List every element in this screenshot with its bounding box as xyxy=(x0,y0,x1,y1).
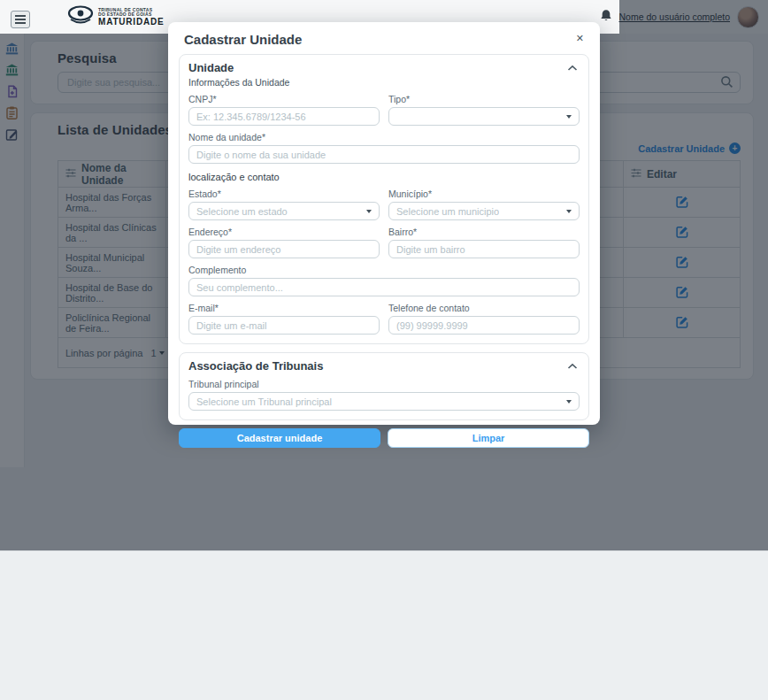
caret-down-icon xyxy=(566,210,572,213)
unit-name-label: Nome da unidade* xyxy=(188,132,580,142)
notifications-bell-icon[interactable] xyxy=(600,9,612,26)
tipo-select[interactable] xyxy=(388,107,580,126)
tribunal-section-title: Associação de Tribunais xyxy=(188,359,323,373)
collapse-chevron-up-icon[interactable] xyxy=(565,359,580,373)
collapse-chevron-up-icon[interactable] xyxy=(565,61,580,74)
estado-label: Estado* xyxy=(188,188,380,199)
bairro-field[interactable] xyxy=(388,240,580,258)
caret-down-icon xyxy=(566,400,572,404)
logo-line2: DO ESTADO DE GOIÁS xyxy=(98,12,164,17)
endereco-field[interactable] xyxy=(188,240,380,258)
app-viewport: TRIBUNAL DE CONTAS DO ESTADO DE GOIÁS MA… xyxy=(0,0,768,551)
cnpj-field[interactable] xyxy=(188,107,380,126)
estado-select[interactable]: Selecione um estado xyxy=(188,202,380,220)
clear-button[interactable]: Limpar xyxy=(388,428,589,448)
complemento-label: Complemento xyxy=(188,265,580,275)
estado-select-placeholder: Selecione um estado xyxy=(196,206,288,217)
caret-down-icon xyxy=(566,115,572,119)
close-icon[interactable]: ✕ xyxy=(574,32,586,45)
tribunal-principal-select[interactable]: Selecione um Tribunal principal xyxy=(188,392,580,411)
modal-backdrop[interactable] xyxy=(619,0,768,34)
cnpj-label: CNPJ* xyxy=(188,94,380,104)
eye-logo-icon xyxy=(67,5,94,28)
logo-line3: MATURIDADE xyxy=(98,18,164,27)
submit-unit-button[interactable]: Cadastrar unidade xyxy=(179,428,380,448)
tipo-label: Tipo* xyxy=(388,94,580,104)
unit-section: Unidade Informações da Unidade CNPJ* Tip… xyxy=(179,54,589,344)
email-field[interactable] xyxy=(188,316,380,335)
complemento-field[interactable] xyxy=(188,278,580,296)
municipio-label: Município* xyxy=(388,188,580,199)
modal-title: Cadastrar Unidade xyxy=(184,32,302,47)
unit-name-field[interactable] xyxy=(188,145,580,164)
unit-section-title: Unidade xyxy=(188,61,234,74)
bairro-label: Bairro* xyxy=(388,227,580,237)
register-unit-modal: Cadastrar Unidade ✕ Unidade Informações … xyxy=(168,22,600,425)
menu-toggle-button[interactable] xyxy=(11,11,30,28)
tribunal-select-placeholder: Selecione um Tribunal principal xyxy=(196,396,332,407)
app-logo: TRIBUNAL DE CONTAS DO ESTADO DE GOIÁS MA… xyxy=(67,5,164,28)
unit-section-subtitle: Informações da Unidade xyxy=(188,77,580,88)
tribunal-association-section: Associação de Tribunais Tribunal princip… xyxy=(179,352,589,420)
telefone-field[interactable] xyxy=(388,316,580,335)
location-contact-title: localização e contato xyxy=(188,172,580,182)
municipio-select-placeholder: Selecione um municipio xyxy=(396,206,499,217)
tribunal-principal-label: Tribunal principal xyxy=(188,379,580,389)
endereco-label: Endereço* xyxy=(188,227,380,237)
caret-down-icon xyxy=(366,210,372,213)
municipio-select[interactable]: Selecione um municipio xyxy=(388,202,580,220)
email-label: E-mail* xyxy=(188,303,380,313)
telefone-label: Telefone de contato xyxy=(388,303,580,313)
